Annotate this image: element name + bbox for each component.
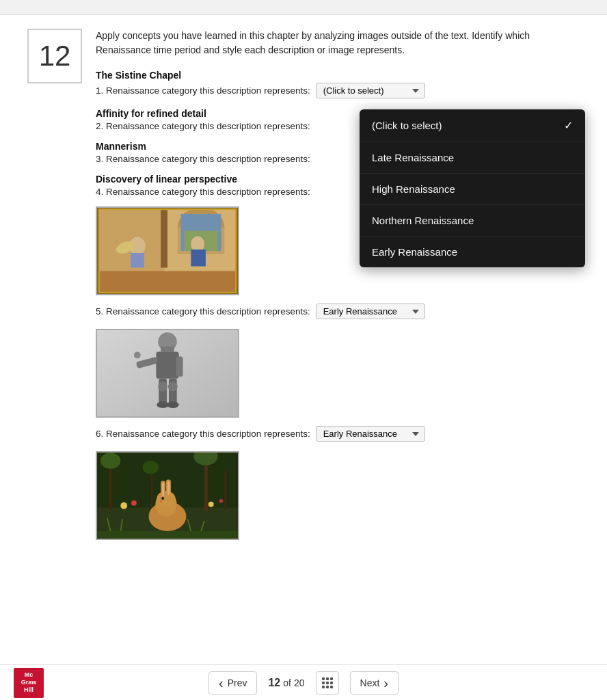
announcement-painting: [97, 206, 238, 295]
footer-nav: McGrawHill Prev 12 of 20: [0, 664, 607, 700]
svg-point-37: [100, 453, 120, 469]
svg-point-46: [157, 491, 175, 507]
content-area: 12 Apply concepts you have learned in th…: [0, 15, 607, 700]
grid-cell: [322, 686, 325, 688]
item-6-question-text: 6. Renaissance category this description…: [96, 429, 310, 439]
grid-cell: [330, 677, 333, 680]
svg-rect-11: [131, 253, 144, 268]
instructions-text: Apply concepts you have learned in this …: [96, 29, 580, 57]
item-5-dropdown-value: Early Renaissance: [323, 306, 397, 317]
dropdown-option-label: High Renaissance: [372, 183, 455, 195]
chapter-number: 12: [39, 40, 71, 72]
item-5-block: 5. Renaissance category this description…: [96, 304, 580, 319]
nav-controls: Prev 12 of 20: [208, 671, 399, 695]
page-current: 12: [268, 677, 280, 689]
top-bar: [0, 0, 607, 15]
item-1-question: 1. Renaissance category this description…: [96, 83, 580, 98]
dropdown-option-label: (Click to select): [372, 120, 442, 131]
page-container: 12 Apply concepts you have learned in th…: [0, 0, 607, 700]
dropdown-option-click-to-select[interactable]: (Click to select) ✓: [360, 109, 585, 142]
dropdown-overlay: (Click to select) ✓ Late Renaissance Hig…: [360, 109, 585, 267]
dropdown-arrow-icon: [412, 89, 419, 93]
grid-cell: [330, 682, 333, 684]
grid-cell: [326, 686, 329, 688]
item-1-question-text: 1. Renaissance category this description…: [96, 85, 310, 96]
item-2-question-text: 2. Renaissance category this description…: [96, 121, 310, 131]
svg-point-52: [160, 500, 162, 502]
item-3-question-text: 3. Renaissance category this description…: [96, 154, 310, 164]
svg-point-30: [168, 382, 178, 392]
chevron-left-icon: [219, 676, 224, 690]
svg-rect-36: [224, 470, 226, 511]
chapter-number-box: 12: [27, 29, 82, 83]
prev-label: Prev: [228, 677, 247, 688]
item-1-dropdown[interactable]: (Click to select): [316, 83, 425, 98]
svg-point-43: [219, 498, 224, 502]
dropdown-option-high-renaissance[interactable]: High Renaissance: [360, 174, 585, 205]
grid-cell: [326, 677, 329, 680]
next-button[interactable]: Next: [350, 671, 399, 695]
item-6-dropdown[interactable]: Early Renaissance: [316, 426, 425, 442]
rabbit-painting: [97, 451, 238, 540]
prev-button[interactable]: Prev: [208, 671, 257, 695]
svg-point-40: [120, 502, 127, 509]
svg-rect-14: [191, 250, 206, 267]
item-1-title: The Sistine Chapel: [96, 70, 580, 81]
logo-text: McGrawHill: [21, 671, 37, 693]
item-1-block: The Sistine Chapel 1. Renaissance catego…: [96, 70, 580, 98]
dropdown-arrow-icon-6: [412, 432, 419, 436]
dropdown-option-early-renaissance[interactable]: Early Renaissance: [360, 237, 585, 267]
grid-cell: [322, 677, 325, 680]
mcgraw-hill-logo: McGrawHill: [14, 668, 44, 698]
check-icon: ✓: [564, 119, 573, 132]
grid-view-button[interactable]: [316, 671, 339, 695]
svg-rect-4: [161, 207, 167, 267]
svg-rect-21: [156, 352, 178, 379]
main-content: Apply concepts you have learned in this …: [96, 29, 580, 645]
grid-cell: [330, 686, 333, 688]
item-6-image-container: [96, 329, 239, 418]
svg-rect-1: [97, 268, 238, 295]
page-of-text: of: [283, 677, 291, 688]
item-5-image-container: [96, 206, 239, 295]
mcgraw-hill-logo-container: McGrawHill: [14, 668, 44, 698]
svg-point-42: [208, 501, 214, 507]
grid-icon: [322, 677, 333, 688]
svg-rect-53: [97, 531, 238, 541]
svg-rect-20: [161, 347, 174, 352]
item-4-question-text: 4. Renaissance category this description…: [96, 187, 310, 197]
dropdown-arrow-icon-5: [412, 310, 419, 314]
svg-rect-50: [167, 481, 170, 495]
item-6-question: 6. Renaissance category this description…: [96, 426, 580, 442]
item-5-dropdown[interactable]: Early Renaissance: [316, 304, 425, 319]
next-label: Next: [360, 677, 380, 688]
statue-figure: [97, 329, 238, 418]
page-total: 20: [294, 677, 305, 688]
item-5-question-text: 5. Renaissance category this description…: [96, 306, 310, 317]
svg-rect-23: [176, 356, 183, 376]
dropdown-option-label: Northern Renaissance: [372, 215, 474, 226]
dropdown-option-label: Early Renaissance: [372, 246, 457, 258]
svg-point-28: [134, 352, 141, 359]
grid-cell: [326, 682, 329, 684]
grid-cell: [322, 682, 325, 684]
svg-point-29: [158, 382, 167, 392]
svg-point-51: [161, 496, 164, 499]
page-indicator: 12 of 20: [268, 677, 304, 689]
dropdown-option-label: Late Renaissance: [372, 152, 454, 163]
svg-point-41: [131, 500, 137, 505]
item-7-image-container: [96, 451, 239, 540]
chevron-right-icon: [383, 676, 388, 690]
svg-rect-49: [162, 483, 164, 496]
dropdown-option-late-renaissance[interactable]: Late Renaissance: [360, 142, 585, 174]
dropdown-option-northern-renaissance[interactable]: Northern Renaissance: [360, 205, 585, 237]
svg-point-38: [143, 461, 159, 474]
item-5-question: 5. Renaissance category this description…: [96, 304, 580, 319]
item-6-dropdown-value: Early Renaissance: [323, 429, 397, 439]
svg-point-27: [167, 401, 179, 408]
item-1-dropdown-value: (Click to select): [323, 85, 384, 96]
item-6-block: 6. Renaissance category this description…: [96, 426, 580, 442]
